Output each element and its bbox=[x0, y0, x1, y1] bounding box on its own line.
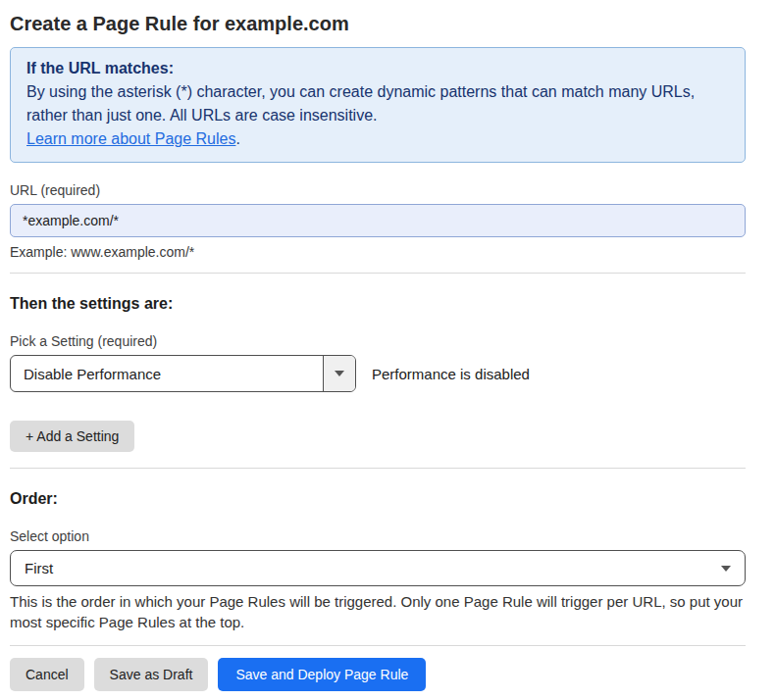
setting-status-text: Performance is disabled bbox=[372, 366, 530, 382]
url-input[interactable] bbox=[10, 204, 746, 237]
page-title: Create a Page Rule for example.com bbox=[10, 12, 746, 35]
cancel-button[interactable]: Cancel bbox=[10, 658, 84, 691]
form-actions: Cancel Save as Draft Save and Deploy Pag… bbox=[10, 658, 746, 691]
order-select-value: First bbox=[25, 560, 53, 576]
info-box-heading: If the URL matches: bbox=[26, 57, 729, 80]
info-box-link-line: Learn more about Page Rules. bbox=[26, 127, 729, 151]
setting-dropdown-arrow-button[interactable] bbox=[323, 356, 355, 391]
chevron-down-icon bbox=[335, 371, 344, 376]
section-divider bbox=[10, 645, 746, 646]
order-help-text: This is the order in which your Page Rul… bbox=[10, 591, 746, 632]
save-and-deploy-button[interactable]: Save and Deploy Page Rule bbox=[218, 658, 426, 691]
pick-setting-label: Pick a Setting (required) bbox=[10, 333, 746, 350]
add-setting-button[interactable]: + Add a Setting bbox=[10, 421, 134, 452]
order-select[interactable]: First bbox=[10, 550, 746, 586]
order-section-heading: Order: bbox=[10, 489, 746, 509]
settings-section-heading: Then the settings are: bbox=[10, 294, 746, 314]
url-field-label: URL (required) bbox=[10, 182, 746, 199]
save-as-draft-button[interactable]: Save as Draft bbox=[94, 658, 209, 691]
setting-dropdown[interactable]: Disable Performance bbox=[10, 355, 356, 392]
learn-more-page-rules-link[interactable]: Learn more about Page Rules bbox=[26, 130, 235, 147]
url-matches-info-box: If the URL matches: By using the asteris… bbox=[10, 47, 746, 163]
section-divider bbox=[10, 468, 746, 469]
create-page-rule-form: Create a Page Rule for example.com If th… bbox=[10, 12, 746, 691]
info-box-body: By using the asterisk (*) character, you… bbox=[26, 80, 729, 127]
order-select-label: Select option bbox=[10, 528, 746, 545]
chevron-down-icon bbox=[721, 566, 731, 572]
setting-dropdown-value: Disable Performance bbox=[11, 366, 323, 382]
link-period: . bbox=[235, 130, 239, 147]
setting-picker-row: Disable Performance Performance is disab… bbox=[10, 355, 746, 392]
section-divider bbox=[10, 273, 746, 274]
url-example-text: Example: www.example.com/* bbox=[10, 244, 746, 261]
